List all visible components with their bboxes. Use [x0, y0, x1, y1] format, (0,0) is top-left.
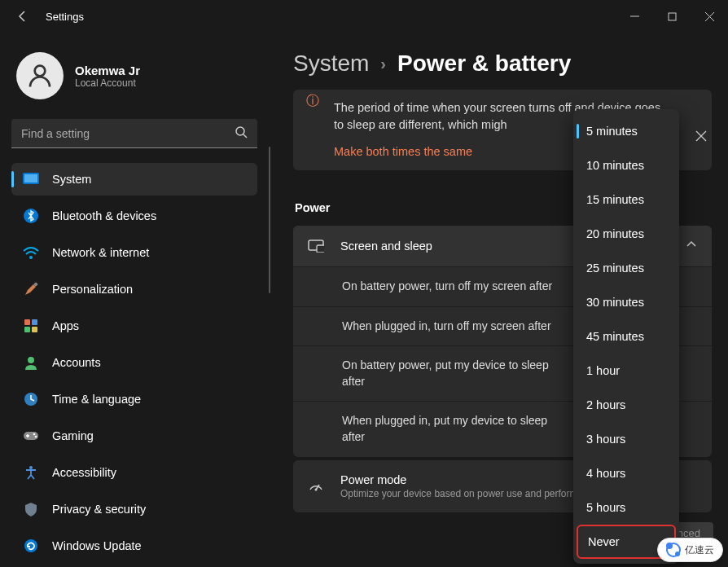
accounts-icon: [21, 353, 41, 372]
sidebar-item-accounts[interactable]: Accounts: [11, 346, 257, 379]
privacy-icon: [21, 499, 41, 519]
setting-label: When plugged in, put my device to sleep …: [342, 413, 554, 445]
svg-rect-26: [317, 245, 324, 253]
sidebar-item-personalization[interactable]: Personalization: [11, 273, 257, 305]
breadcrumb-parent[interactable]: System: [293, 51, 369, 77]
dropdown-option[interactable]: 10 minutes: [577, 148, 676, 182]
svg-point-22: [24, 539, 37, 552]
watermark: 亿速云: [657, 538, 723, 562]
svg-point-28: [315, 488, 318, 490]
dropdown-option[interactable]: 45 minutes: [577, 319, 676, 354]
update-icon: [21, 536, 41, 556]
sidebar-item-label: Time & language: [52, 393, 141, 406]
breadcrumb: System › Power & battery: [293, 51, 712, 77]
svg-rect-15: [32, 327, 37, 332]
back-button[interactable]: [11, 5, 34, 28]
maximize-button[interactable]: [653, 3, 691, 29]
avatar[interactable]: [16, 52, 64, 99]
minimize-button[interactable]: [616, 3, 653, 29]
svg-line-6: [243, 134, 247, 138]
setting-label: On battery power, put my device to sleep…: [342, 358, 554, 389]
search-icon: [235, 125, 248, 142]
svg-point-4: [35, 66, 46, 77]
gaming-icon: [21, 426, 41, 446]
time-dropdown[interactable]: 5 minutes10 minutes15 minutes20 minutes2…: [573, 109, 679, 564]
bluetooth-icon: [21, 206, 41, 226]
sidebar-item-time[interactable]: Time & language: [11, 383, 257, 415]
search-input[interactable]: [11, 119, 257, 148]
gauge-icon: [308, 478, 324, 494]
svg-rect-8: [24, 174, 37, 182]
screen-icon: [308, 240, 324, 253]
close-button[interactable]: [691, 3, 728, 29]
dropdown-option[interactable]: 3 hours: [577, 422, 676, 456]
chevron-right-icon: ›: [380, 55, 386, 73]
dropdown-option[interactable]: 30 minutes: [577, 285, 676, 319]
dropdown-option[interactable]: 20 minutes: [577, 217, 676, 251]
sidebar-item-label: System: [52, 173, 91, 186]
dropdown-option[interactable]: 4 hours: [577, 456, 676, 490]
apps-icon: [21, 316, 41, 336]
sidebar-item-label: Privacy & security: [52, 503, 146, 516]
dropdown-option[interactable]: 5 minutes: [577, 114, 676, 148]
info-icon: ⓘ: [306, 93, 319, 110]
sidebar-item-gaming[interactable]: Gaming: [11, 420, 257, 452]
sidebar-item-system[interactable]: System: [11, 163, 257, 196]
banner-link[interactable]: Make both times the same: [334, 145, 472, 158]
dropdown-option[interactable]: 2 hours: [577, 388, 676, 422]
svg-point-10: [29, 256, 33, 259]
sidebar-item-privacy[interactable]: Privacy & security: [11, 493, 257, 525]
sidebar-item-label: Accounts: [52, 356, 101, 369]
sidebar-item-label: Windows Update: [52, 539, 142, 552]
dropdown-option[interactable]: 1 hour: [577, 354, 676, 388]
network-icon: [21, 243, 41, 262]
system-icon: [21, 169, 41, 189]
dropdown-option[interactable]: 25 minutes: [577, 251, 676, 285]
user-name: Okemwa Jr: [75, 64, 140, 77]
breadcrumb-current: Power & battery: [397, 51, 571, 77]
sidebar-item-label: Gaming: [52, 429, 94, 442]
personalization-icon: [21, 279, 41, 299]
sidebar-item-label: Network & internet: [52, 246, 149, 259]
chevron-up-icon: [686, 239, 697, 253]
setting-label: On battery power, turn off my screen aft…: [342, 279, 554, 295]
sidebar-item-update[interactable]: Windows Update: [11, 530, 257, 562]
time-icon: [21, 389, 41, 409]
sidebar-item-label: Personalization: [52, 283, 133, 296]
sidebar-item-label: Bluetooth & devices: [52, 209, 156, 222]
watermark-icon: [666, 543, 681, 557]
sidebar-item-bluetooth[interactable]: Bluetooth & devices: [11, 200, 257, 232]
svg-point-19: [33, 433, 36, 436]
scrollbar[interactable]: [269, 147, 270, 293]
sidebar-item-label: Apps: [52, 319, 79, 332]
window-title: Settings: [46, 11, 84, 23]
sidebar-item-apps[interactable]: Apps: [11, 310, 257, 342]
dropdown-option[interactable]: 5 hours: [577, 490, 676, 525]
svg-rect-12: [24, 319, 30, 325]
svg-rect-1: [669, 13, 676, 20]
account-type: Local Account: [75, 77, 140, 89]
sidebar-item-network[interactable]: Network & internet: [11, 236, 257, 269]
close-icon[interactable]: [687, 122, 715, 153]
dropdown-option[interactable]: 15 minutes: [577, 182, 676, 217]
svg-rect-13: [32, 319, 37, 325]
sidebar-item-accessibility[interactable]: Accessibility: [11, 456, 257, 489]
svg-point-20: [35, 436, 37, 438]
svg-point-16: [28, 357, 34, 363]
svg-rect-14: [24, 327, 30, 332]
svg-point-5: [236, 127, 244, 135]
svg-point-21: [29, 466, 33, 469]
sidebar-item-label: Accessibility: [52, 466, 116, 479]
setting-label: When plugged in, turn off my screen afte…: [342, 319, 554, 335]
accessibility-icon: [21, 463, 41, 482]
